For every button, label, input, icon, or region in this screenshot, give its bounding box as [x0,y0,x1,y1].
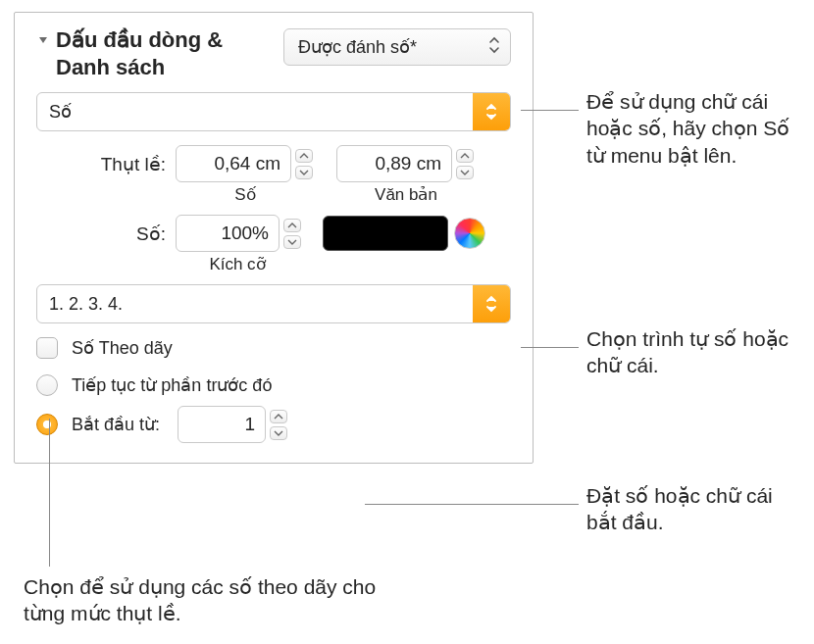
bullets-lists-panel: Dấu đầu dòng & Danh sách Được đánh số* S… [14,12,534,464]
continue-label: Tiếp tục từ phần trước đó [72,374,272,396]
size-sublabel: Kích cỡ [176,254,299,274]
chevrons-icon [473,285,510,322]
indent-text-input[interactable]: 0,89 cm [336,145,452,182]
chevrons-icon [473,93,510,130]
leader-line [49,419,50,567]
callout-text: Đặt số hoặc chữ cái bắt đầu. [586,482,802,536]
section-title: Dấu đầu dòng & Danh sách [56,26,276,80]
leader-line [365,504,579,505]
size-input[interactable]: 100% [176,215,280,252]
indent-text-stepper[interactable] [456,145,476,182]
indent-label: Thụt lề: [36,145,176,175]
start-from-radio[interactable] [36,414,58,435]
start-from-input[interactable]: 1 [178,406,266,443]
size-label: Số: [36,215,176,245]
leader-line [521,347,579,348]
indent-number-input[interactable]: 0,64 cm [176,145,291,182]
list-style-value: Được đánh số* [298,36,417,58]
tiered-numbers-checkbox[interactable] [36,337,58,359]
color-swatch[interactable] [323,216,448,251]
indent-number-sublabel: Số [234,184,255,205]
sequence-select[interactable]: 1. 2. 3. 4. [36,284,511,323]
list-style-select[interactable]: Được đánh số* [283,28,511,66]
callout-text: Chọn để sử dụng các số theo dãy cho từng… [24,573,396,627]
callout-text: Chọn trình tự số hoặc chữ cái. [586,325,802,379]
number-type-select[interactable]: Số [36,92,511,131]
sequence-value: 1. 2. 3. 4. [49,294,123,315]
callout-text: Để sử dụng chữ cái hoặc số, hãy chọn Số … [586,88,802,169]
start-from-label: Bắt đầu từ: [72,414,160,435]
continue-radio[interactable] [36,374,58,396]
indent-text-sublabel: Văn bản [375,184,437,205]
color-wheel-icon[interactable] [454,218,485,249]
disclosure-triangle[interactable] [36,32,50,46]
leader-line [521,110,579,111]
indent-number-stepper[interactable] [295,145,315,182]
tiered-numbers-label: Số Theo dãy [72,337,173,359]
size-stepper[interactable] [283,215,303,252]
start-from-stepper[interactable] [270,406,289,443]
number-type-value: Số [49,101,72,123]
chevrons-icon [488,35,500,60]
